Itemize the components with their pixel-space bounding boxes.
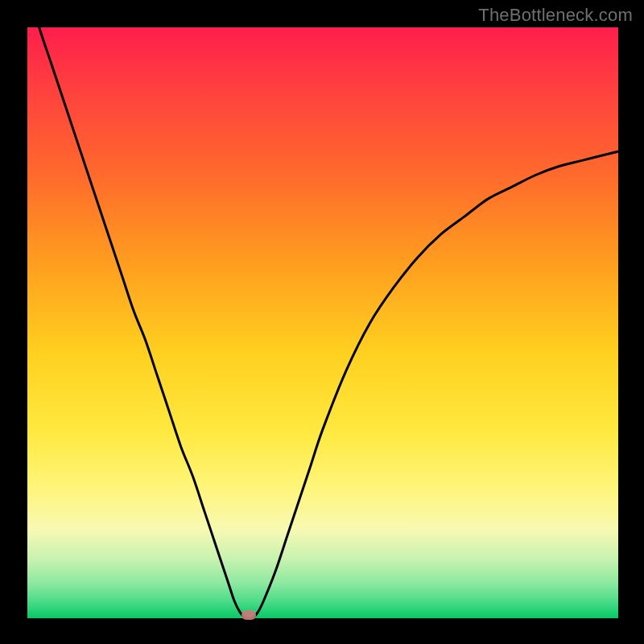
- watermark-text: TheBottleneck.com: [478, 5, 633, 26]
- bottleneck-curve: [27, 27, 618, 618]
- chart-frame: TheBottleneck.com: [0, 0, 644, 644]
- plot-area: [27, 27, 618, 618]
- optimal-point-marker: [242, 610, 256, 620]
